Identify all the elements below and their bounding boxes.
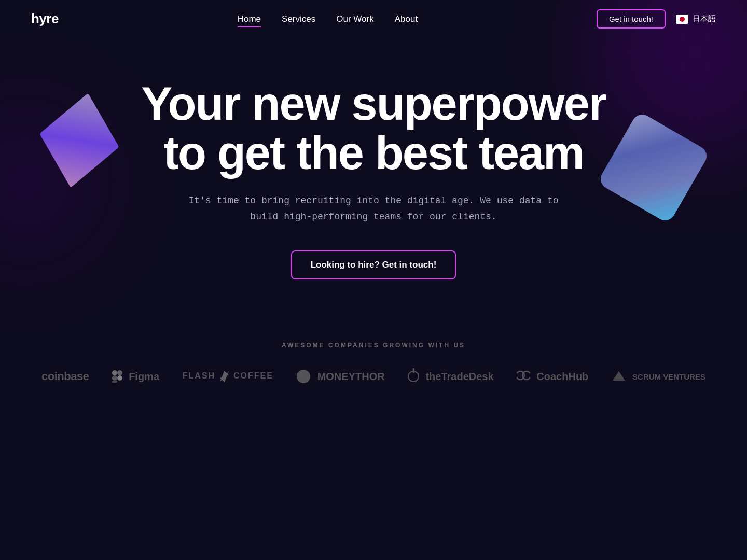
hero-headline: Your new superpower to get the best team: [104, 79, 643, 177]
hero-subtext: It's time to bring recruiting into the d…: [104, 193, 643, 225]
company-moneythor: MONEYTHOR: [297, 370, 385, 383]
tradedesk-label: theTradeDesk: [425, 371, 493, 383]
svg-point-1: [680, 17, 685, 22]
svg-rect-5: [112, 381, 117, 383]
companies-label: AWESOME COMPANIES GROWING WITH US: [31, 342, 716, 349]
hero-cta-button[interactable]: Looking to hire? Get in touch!: [291, 250, 457, 279]
coachhub-label: CoachHub: [536, 371, 588, 383]
company-flash-coffee: FLASH COFFEE: [183, 371, 273, 382]
company-figma: Figma: [112, 370, 159, 383]
scrum-icon: [612, 370, 626, 383]
scrum-label: SCRUM VENTURES: [632, 372, 706, 381]
japan-flag-icon: [676, 15, 688, 24]
language-button[interactable]: 日本語: [676, 14, 716, 24]
nav-link-home[interactable]: Home: [238, 14, 261, 24]
svg-rect-3: [117, 370, 122, 375]
flash-bolt-icon: [220, 371, 229, 382]
svg-rect-2: [112, 370, 117, 375]
logo[interactable]: hyre: [31, 11, 59, 27]
svg-point-6: [117, 375, 122, 381]
get-in-touch-button[interactable]: Get in touch!: [597, 9, 666, 29]
company-coinbase: coinbase: [42, 370, 89, 383]
hero-shape-right: [607, 121, 721, 235]
coachhub-icon: [517, 370, 530, 383]
svg-point-8: [522, 371, 530, 380]
nav-link-about[interactable]: About: [395, 14, 418, 24]
figma-icon: [112, 370, 122, 383]
company-tradedesk: theTradeDesk: [408, 371, 493, 383]
tradedesk-icon: [408, 371, 419, 382]
moneythor-icon: [297, 370, 310, 383]
company-scrum: SCRUM VENTURES: [612, 370, 706, 383]
nav-link-our-work[interactable]: Our Work: [336, 14, 374, 24]
nav-right: Get in touch! 日本語: [597, 9, 716, 29]
figma-label: Figma: [129, 371, 159, 383]
hero-section: Your new superpower to get the best team…: [0, 38, 747, 311]
svg-rect-4: [112, 375, 117, 381]
flash-coffee-label: FLASH COFFEE: [183, 371, 273, 382]
nav-link-services[interactable]: Services: [282, 14, 315, 24]
hero-shape-left: [42, 100, 140, 204]
nav-links: Home Services Our Work About: [238, 14, 418, 24]
hero-headline-line1: Your new superpower: [141, 78, 606, 130]
hero-headline-line2: to get the best team: [163, 127, 584, 179]
lang-label: 日本語: [693, 14, 716, 24]
companies-row: coinbase Figma FLASH COFFEE: [31, 370, 716, 383]
navbar: hyre Home Services Our Work About Get in…: [0, 0, 747, 38]
coinbase-label: coinbase: [42, 370, 89, 383]
company-coachhub: CoachHub: [517, 370, 588, 383]
moneythor-label: MONEYTHOR: [317, 371, 385, 383]
companies-section: AWESOME COMPANIES GROWING WITH US coinba…: [0, 311, 747, 404]
